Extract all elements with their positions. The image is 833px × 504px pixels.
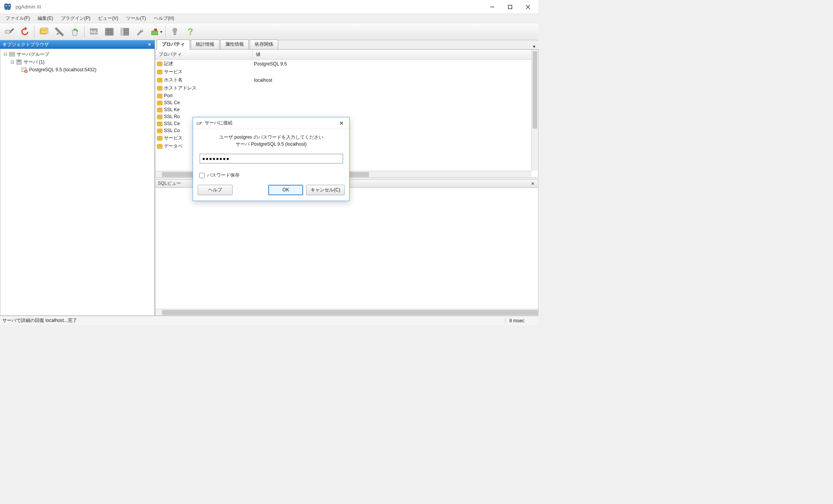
property-value [252, 106, 538, 113]
col-header-value[interactable]: 値 [252, 50, 538, 60]
maintenance-icon[interactable] [133, 25, 147, 39]
ok-button[interactable]: OK [268, 185, 303, 195]
object-tree[interactable]: ⊟ サーバグループ ⊟ サーバ (1) PostgreSQL 9.5 (loca… [0, 49, 155, 316]
help-button[interactable]: ヘルプ [198, 185, 233, 195]
window-controls [483, 2, 537, 12]
browser-header: オブジェクトブラウザ × [0, 40, 155, 49]
property-icon [157, 86, 162, 91]
refresh-icon[interactable] [18, 25, 32, 39]
tree-server-node[interactable]: PostgreSQL 9.5 (localhost:5432) [2, 66, 153, 74]
tab-attrs[interactable]: 属性情報 [220, 40, 249, 49]
property-row[interactable]: SSL Ke [155, 106, 538, 113]
hint-icon[interactable] [168, 25, 182, 39]
server-disconnected-icon [21, 67, 28, 73]
menu-edit[interactable]: 編集(E) [34, 14, 57, 22]
property-icon [157, 144, 162, 149]
tree-label: サーバグループ [17, 51, 49, 58]
tree-servers[interactable]: ⊟ サーバ (1) [2, 58, 153, 66]
sql-hscrollbar[interactable] [155, 309, 538, 315]
tab-stats[interactable]: 統計情報 [191, 40, 219, 49]
col-header-name[interactable]: プロパティ [155, 50, 252, 60]
property-icon [157, 70, 162, 74]
new-object-icon[interactable] [52, 25, 66, 39]
dialog-message-1: ユーザ postgres のパスワードを入力してください [199, 134, 343, 141]
svg-rect-28 [9, 55, 15, 56]
connect-icon[interactable] [2, 25, 16, 39]
property-value [252, 68, 538, 76]
property-row[interactable]: サービス [155, 68, 538, 76]
property-icon [157, 129, 162, 133]
toolbar: SQL ▾ ? [0, 23, 538, 40]
property-name: ホストアドレス [155, 84, 252, 92]
tab-dropdown-icon[interactable]: ▾ [530, 44, 538, 49]
property-row[interactable]: Port [155, 92, 538, 99]
connect-dialog: サーバに接続 ✕ ユーザ postgres のパスワードを入力してください サー… [193, 117, 350, 201]
menu-tool[interactable]: ツール(T) [122, 14, 150, 22]
svg-rect-35 [197, 122, 200, 125]
vscrollbar[interactable] [531, 50, 538, 171]
tab-bar: プロパティ 統計情報 属性情報 依存関係 ▾ [155, 40, 538, 50]
svg-text:?: ? [188, 26, 193, 37]
tab-deps[interactable]: 依存関係 [250, 40, 278, 49]
svg-rect-7 [10, 31, 11, 33]
svg-rect-24 [155, 29, 157, 31]
cancel-button[interactable]: キャンセル(C) [306, 185, 345, 195]
maximize-button[interactable] [501, 2, 519, 12]
property-name: SSL Ke [155, 106, 252, 113]
help-icon[interactable]: ? [183, 25, 197, 39]
toolbar-separator [165, 26, 166, 38]
property-name: 記述 [155, 60, 252, 68]
status-left: サーバで詳細の回復 localhost...完了 [2, 317, 77, 324]
browser-close-icon[interactable]: × [147, 42, 152, 47]
property-row[interactable]: 記述PostgreSQL 9.5 [155, 60, 538, 68]
dialog-message-2: サーバ PostgreSQL 9.5 (localhost) [199, 141, 343, 148]
property-value: PostgreSQL 9.5 [252, 60, 538, 68]
tree-root[interactable]: ⊟ サーバグループ [2, 50, 153, 58]
server-group-icon [9, 51, 15, 57]
sql-view-body[interactable] [155, 188, 538, 316]
svg-rect-23 [121, 28, 124, 35]
plugins-icon[interactable]: ▾ [149, 25, 163, 39]
menu-plugin[interactable]: プラグイン(P) [57, 14, 94, 22]
property-icon [157, 94, 162, 98]
minimize-button[interactable] [483, 2, 501, 12]
save-password-label: パスワード保存 [207, 172, 240, 179]
menubar: ファイル(F) 編集(E) プラグイン(P) ビュー(V) ツール(T) ヘルプ… [0, 14, 538, 23]
property-row[interactable]: SSL Ce [155, 99, 538, 106]
expand-icon[interactable]: ⊟ [2, 52, 9, 57]
left-panel: オブジェクトブラウザ × ⊟ サーバグループ ⊟ サーバ (1) Postgre… [0, 40, 155, 316]
expand-icon[interactable]: ⊟ [9, 59, 16, 65]
property-icon [157, 78, 162, 83]
dialog-close-icon[interactable]: ✕ [337, 119, 346, 127]
password-input[interactable] [200, 154, 343, 163]
property-row[interactable]: ホスト名localhost [155, 76, 538, 84]
dialog-titlebar[interactable]: サーバに接続 ✕ [193, 117, 349, 129]
property-row[interactable]: ホストアドレス [155, 84, 538, 92]
data-view-icon[interactable] [102, 25, 116, 39]
drop-icon[interactable] [68, 25, 82, 39]
dialog-title: サーバに接続 [205, 120, 233, 126]
status-right: 8 msec [505, 318, 536, 323]
menu-file[interactable]: ファイル(F) [2, 14, 34, 22]
sql-close-icon[interactable]: × [530, 181, 536, 186]
dialog-icon [196, 120, 202, 126]
dialog-buttons: ヘルプ OK キャンセル(C) [193, 182, 349, 201]
svg-rect-6 [5, 30, 10, 33]
save-password-checkbox[interactable] [199, 173, 205, 178]
filter-icon[interactable] [118, 25, 132, 39]
sql-icon[interactable]: SQL [87, 25, 101, 39]
svg-rect-14 [105, 28, 113, 35]
tab-properties[interactable]: プロパティ [157, 40, 190, 50]
menu-help[interactable]: ヘルプ(H) [150, 14, 178, 22]
property-value [252, 92, 538, 99]
svg-point-1 [9, 5, 10, 6]
save-password-row[interactable]: パスワード保存 [199, 172, 349, 179]
close-button[interactable] [519, 2, 537, 12]
menu-view[interactable]: ビュー(V) [94, 14, 122, 22]
toolbar-separator [84, 26, 85, 38]
property-value [252, 84, 538, 92]
tree-label: PostgreSQL 9.5 (localhost:5432) [29, 67, 97, 72]
svg-rect-3 [509, 5, 512, 9]
properties-icon[interactable] [37, 25, 51, 39]
titlebar: pgAdmin III [0, 0, 538, 14]
